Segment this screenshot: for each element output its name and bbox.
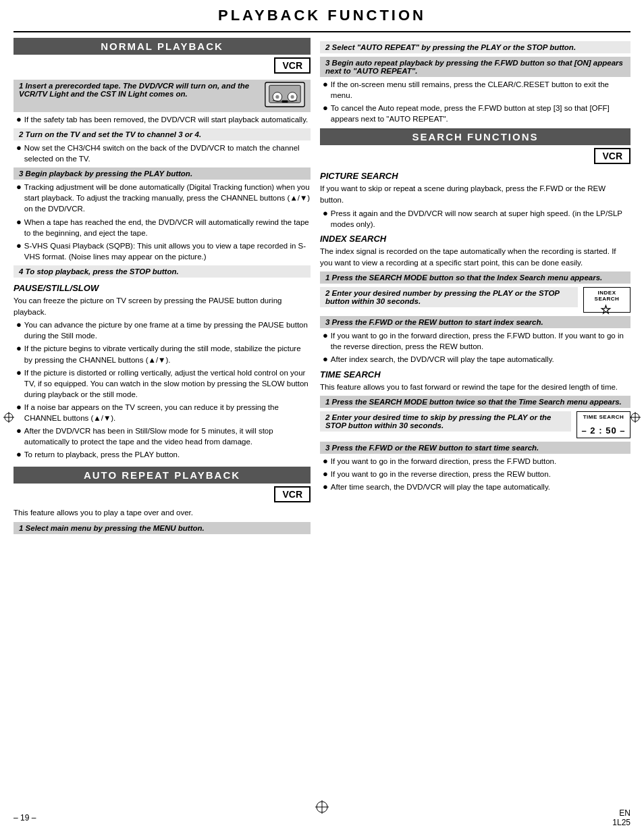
index-search-section: INDEX SEARCH The index signal is recorde… — [320, 234, 630, 365]
auto-bullet2: ● To cancel the Auto repeat mode, press … — [323, 103, 630, 124]
auto-repeat-section: AUTO REPEAT PLAYBACK VCR This feature al… — [14, 467, 311, 534]
time-search-title: TIME SEARCH — [320, 369, 630, 380]
tape-icon — [265, 82, 305, 107]
time-step2-row: TIME SEARCH – 2 : 50 – 2 Enter your desi… — [320, 411, 630, 438]
page-title: PLAYBACK FUNCTION — [14, 7, 630, 24]
time-box-title: TIME SEARCH — [583, 414, 624, 420]
pause-bullet2: ● If the picture begins to vibrate verti… — [16, 343, 311, 365]
bullet-svhs: ● S-VHS Quasi Playback (SQPB): This unit… — [16, 240, 311, 262]
normal-playback-section: NORMAL PLAYBACK VCR 1 Insert a prereco — [14, 38, 311, 278]
main-content: NORMAL PLAYBACK VCR 1 Insert a prereco — [14, 38, 630, 536]
index-step2-row: INDEX SEARCH ☆ 2 Enter your desired numb… — [320, 287, 630, 313]
time-search-para: This feature allows you to fast forward … — [320, 382, 630, 393]
time-bullet3: ● After time search, the DVD/VCR will pl… — [323, 481, 630, 492]
left-column: NORMAL PLAYBACK VCR 1 Insert a prereco — [14, 38, 311, 536]
bullet-ch: ● Now set the CH3/CH4 switch on the back… — [16, 142, 311, 164]
vcr-badge-normal: VCR — [274, 57, 311, 74]
footer-code: 1L25 — [612, 818, 630, 827]
step4-text: 4 To stop playback, press the STOP butto… — [19, 267, 179, 276]
normal-playback-header: NORMAL PLAYBACK — [14, 38, 311, 55]
bullet-dot: ● — [16, 114, 22, 125]
vcr-badge-auto: VCR — [274, 486, 311, 502]
picture-search-title: PICTURE SEARCH — [320, 171, 630, 181]
auto-repeat-header: AUTO REPEAT PLAYBACK — [14, 467, 311, 484]
time-step2: 2 Enter your desired time to skip by pre… — [320, 411, 571, 432]
time-box-value: – 2 : 50 – — [582, 425, 626, 436]
vcr-badge-search: VCR — [594, 148, 630, 164]
step3-text: 3 Begin playback by pressing the PLAY bu… — [19, 170, 192, 178]
time-step3: 3 Press the F.FWD or the REW button to s… — [320, 442, 630, 454]
index-bullet2: ● After index search, the DVD/VCR will p… — [323, 354, 630, 365]
search-functions-section: SEARCH FUNCTIONS VCR PICTURE SEARCH If y… — [320, 128, 630, 492]
index-step3: 3 Press the F.FWD or the REW button to s… — [320, 316, 630, 328]
step3-row: 3 Begin playback by pressing the PLAY bu… — [14, 167, 311, 180]
index-box-value: ☆ — [597, 302, 617, 317]
step2-text: 2 Turn on the TV and set the TV to chann… — [19, 130, 201, 138]
auto-step3: 3 Begin auto repeat playback by pressing… — [320, 57, 630, 77]
step4-row: 4 To stop playback, press the STOP butto… — [14, 265, 311, 278]
right-column: 2 Select "AUTO REPEAT" by pressing the P… — [320, 38, 630, 536]
picture-search-para: If you want to skip or repeat a scene du… — [320, 183, 630, 205]
auto-repeat-continued: 2 Select "AUTO REPEAT" by pressing the P… — [320, 41, 630, 124]
search-header: SEARCH FUNCTIONS — [320, 128, 630, 145]
footer-lang: EN — [619, 808, 630, 818]
auto-bullet1: ● If the on-screen menu still remains, p… — [323, 79, 630, 101]
pause-bullet5: ● After the DVD/VCR has been in Still/Sl… — [16, 425, 311, 447]
step1-row: 1 Insert a prerecorded tape. The DVD/VCR… — [14, 80, 311, 112]
index-search-box: INDEX SEARCH ☆ — [583, 287, 630, 313]
svg-text:☆: ☆ — [600, 303, 612, 317]
right-crosshair — [630, 412, 641, 423]
time-search-section: TIME SEARCH This feature allows you to f… — [320, 369, 630, 493]
picture-search-section: PICTURE SEARCH If you want to skip or re… — [320, 171, 630, 230]
pause-section: PAUSE/STILL/SLOW You can freeze the pict… — [14, 283, 311, 460]
time-bullet1: ● If you want to go in the forward direc… — [323, 456, 630, 467]
index-step1: 1 Press the SEARCH MODE button so that t… — [320, 271, 630, 284]
index-search-star-icon: ☆ — [597, 302, 617, 317]
time-bullet2: ● If you want to go in the reverse direc… — [323, 469, 630, 479]
step2-row: 2 Turn on the TV and set the TV to chann… — [14, 128, 311, 140]
step1-text: 1 Insert a prerecorded tape. The DVD/VCR… — [19, 82, 249, 98]
index-search-title: INDEX SEARCH — [320, 234, 630, 244]
bullet-tracking: ● Tracking adjustment will be done autom… — [16, 182, 311, 214]
time-search-box: TIME SEARCH – 2 : 50 – — [576, 411, 630, 438]
picture-search-bullet1: ● Press it again and the DVD/VCR will no… — [323, 208, 630, 230]
main-divider — [14, 31, 630, 32]
svg-point-3 — [275, 95, 279, 99]
index-bullet1: ● If you want to go in the forward direc… — [323, 330, 630, 352]
pause-bullet6: ● To return to playback, press the PLAY … — [16, 449, 311, 460]
left-crosshair — [3, 412, 14, 423]
pause-bullet4: ● If a noise bar appears on the TV scree… — [16, 402, 311, 423]
auto-step2: 2 Select "AUTO REPEAT" by pressing the P… — [320, 41, 630, 53]
footer-right: EN 1L25 — [612, 808, 630, 827]
pause-bullet3: ● If the picture is distorted or rolling… — [16, 367, 311, 400]
auto-repeat-para: This feature allows you to play a tape o… — [14, 507, 311, 519]
auto-step1: 1 Select main menu by pressing the MENU … — [14, 522, 311, 534]
pause-bullet1: ● You can advance the picture by one fra… — [16, 319, 311, 341]
svg-point-5 — [291, 95, 294, 99]
center-crosshair — [315, 800, 329, 814]
bullet-rewind: ● When a tape has reached the end, the D… — [16, 217, 311, 238]
bullet-safety: ● If the safety tab has been removed, th… — [16, 114, 311, 125]
footer-page-num: – 19 – — [14, 813, 36, 823]
index-step2: 2 Enter your desired number by pressing … — [320, 287, 578, 307]
pause-title: PAUSE/STILL/SLOW — [14, 283, 311, 293]
index-box-title: INDEX SEARCH — [587, 290, 627, 302]
pause-para: You can freeze the picture on TV screen … — [14, 295, 311, 317]
index-search-para: The index signal is recorded on the tape… — [320, 246, 630, 268]
time-step1: 1 Press the SEARCH MODE button twice so … — [320, 396, 630, 408]
